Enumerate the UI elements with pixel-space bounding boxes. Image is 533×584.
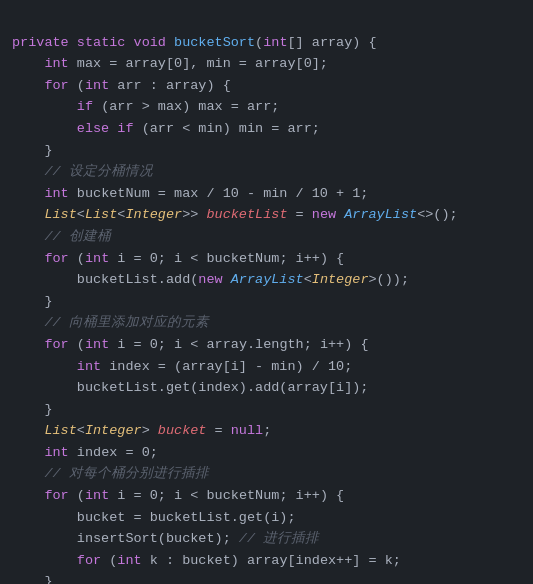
line-4: if (arr > max) max = arr; (12, 99, 279, 114)
line-13: } (12, 294, 53, 309)
line-7: // 设定分桶情况 (12, 164, 153, 179)
line-18: } (12, 402, 53, 417)
line-21: // 对每个桶分别进行插排 (12, 466, 209, 481)
line-3: for (int arr : array) { (12, 78, 231, 93)
line-5: else if (arr < min) min = arr; (12, 121, 320, 136)
line-22: for (int i = 0; i < bucketNum; i++) { (12, 488, 344, 503)
line-15: for (int i = 0; i < array.length; i++) { (12, 337, 369, 352)
line-6: } (12, 143, 53, 158)
line-26: } (12, 574, 53, 584)
line-16: int index = (array[i] - min) / 10; (12, 359, 352, 374)
line-24: insertSort(bucket); // 进行插排 (12, 531, 319, 546)
line-17: bucketList.get(index).add(array[i]); (12, 380, 368, 395)
line-25: for (int k : bucket) array[index++] = k; (12, 553, 401, 568)
code-display: private static void bucketSort(int[] arr… (12, 10, 521, 584)
line-19: List<Integer> bucket = null; (12, 423, 271, 438)
line-20: int index = 0; (12, 445, 158, 460)
line-10: // 创建桶 (12, 229, 111, 244)
line-23: bucket = bucketList.get(i); (12, 510, 296, 525)
line-12: bucketList.add(new ArrayList<Integer>())… (12, 272, 409, 287)
line-9: List<List<Integer>> bucketList = new Arr… (12, 207, 458, 222)
line-2: int max = array[0], min = array[0]; (12, 56, 328, 71)
line-11: for (int i = 0; i < bucketNum; i++) { (12, 251, 344, 266)
line-8: int bucketNum = max / 10 - min / 10 + 1; (12, 186, 368, 201)
line-1: private static void bucketSort(int[] arr… (12, 35, 377, 50)
line-14: // 向桶里添加对应的元素 (12, 315, 209, 330)
